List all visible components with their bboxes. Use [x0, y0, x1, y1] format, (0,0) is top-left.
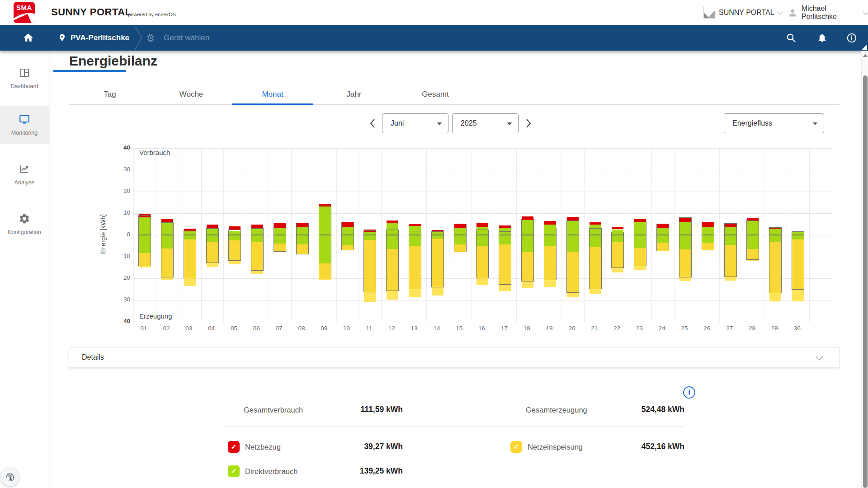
bar-zero-line — [409, 235, 421, 235]
summary-info-button[interactable]: i — [683, 386, 695, 399]
sidebar-item-analyse[interactable]: Analyse — [0, 156, 49, 194]
bar-netzeinspeisung-rest[interactable] — [544, 280, 556, 287]
bar-netzeinspeisung-rest[interactable] — [769, 293, 781, 301]
x-axis-tick: 07. — [270, 325, 290, 332]
x-axis-tick: 13. — [405, 325, 425, 332]
details-expander[interactable]: Details — [69, 347, 840, 368]
x-axis-tick: 23. — [630, 325, 650, 332]
powered-by-label: powered by ennexOS — [128, 12, 176, 17]
notifications-button[interactable] — [814, 25, 830, 51]
breadcrumb-site[interactable]: PVA-Perlitschke — [71, 33, 129, 42]
bar-netzeinspeisung-rest[interactable] — [161, 277, 173, 280]
user-menu[interactable]: Michael Perlitschke — [788, 6, 868, 19]
bar-zero-line — [769, 235, 782, 235]
bar-netzeinspeisung-rest[interactable] — [184, 278, 196, 286]
search-icon — [786, 33, 797, 43]
bar-zero-line — [138, 235, 151, 235]
bar-zero-line — [702, 235, 714, 235]
info-button-nav[interactable] — [844, 25, 860, 51]
x-axis-tick: 12. — [382, 325, 402, 332]
bar-zero-line — [476, 235, 489, 235]
scroll-up-arrow-icon[interactable] — [863, 54, 868, 57]
x-axis-tick: 21. — [585, 325, 605, 332]
device-select-label[interactable]: Gerät wählen — [164, 33, 209, 42]
bar-zero-line — [566, 235, 579, 235]
bar-netzeinspeisung-rest[interactable] — [679, 277, 691, 281]
y-axis-tick: 20 — [108, 188, 130, 194]
bar-zero-line — [274, 235, 286, 235]
bar-zero-line — [161, 235, 174, 235]
x-axis-tick: 19. — [540, 325, 560, 332]
bar-netzeinspeisung-rest[interactable] — [522, 281, 533, 288]
energy-balance-chart: 4030201001020304001.02.03.04.05.06.07.08… — [0, 0, 868, 488]
device-chip-icon — [146, 33, 156, 43]
bar-netzeinspeisung-rest[interactable] — [476, 278, 488, 285]
sidebar-item-label: Konfiguration — [0, 229, 49, 235]
y-axis-tick: 20 — [108, 274, 130, 281]
portal-switcher-label: SUNNY PORTAL — [719, 9, 774, 17]
privacy-button[interactable] — [1, 468, 19, 486]
bar-netzeinspeisung-rest[interactable] — [590, 289, 601, 294]
sidebar-item-dashboard[interactable]: Dashboard — [0, 60, 49, 98]
bar-outline — [792, 231, 804, 290]
fingerprint-icon — [5, 472, 15, 483]
bar-zero-line — [679, 235, 692, 235]
x-axis-tick: 16. — [472, 325, 492, 332]
bar-netzeinspeisung-rest[interactable] — [499, 284, 511, 291]
bar-netzeinspeisung-rest[interactable] — [409, 289, 421, 297]
x-axis-tick: 22. — [608, 325, 627, 332]
breadcrumb-active-underline — [53, 70, 126, 72]
bar-outline — [634, 221, 646, 266]
bar-netzeinspeisung-rest[interactable] — [634, 266, 646, 270]
bar-outline — [702, 222, 714, 250]
search-button[interactable] — [783, 25, 799, 51]
bar-zero-line — [634, 235, 646, 235]
home-button[interactable] — [20, 25, 36, 51]
sma-logo[interactable]: SMA — [14, 2, 35, 23]
sidebar-item-monitoring[interactable]: Monitoring — [0, 106, 49, 144]
bar-zero-line — [521, 235, 534, 235]
sidebar-item-konfiguration[interactable]: Konfiguration — [0, 206, 49, 244]
bar-netzeinspeisung-rest[interactable] — [567, 292, 579, 298]
x-axis-tick: 18. — [518, 325, 538, 332]
bar-netzeinspeisung-rest[interactable] — [364, 292, 376, 302]
gridline — [133, 148, 832, 149]
scrollbar-thumb[interactable] — [863, 75, 868, 488]
bar-netzeinspeisung-rest[interactable] — [207, 263, 218, 267]
bar-outline — [296, 223, 309, 254]
bar-netzeinspeisung-rest[interactable] — [725, 277, 736, 281]
bar-netzeinspeisung-rest[interactable] — [387, 291, 398, 300]
bar-zero-line — [792, 235, 804, 235]
bar-outline — [656, 224, 669, 251]
bar-netzeinspeisung-rest[interactable] — [251, 270, 263, 274]
x-axis-tick: 26. — [698, 325, 718, 332]
scrollbar[interactable] — [861, 51, 868, 488]
x-axis-tick: 17. — [495, 325, 515, 332]
bar-netzeinspeisung-rest[interactable] — [792, 289, 804, 301]
x-axis-tick: 11. — [360, 325, 380, 332]
x-axis-tick: 29. — [765, 325, 785, 332]
analyse-icon — [19, 163, 30, 175]
bar-outline — [184, 230, 196, 278]
x-axis-tick: 02. — [157, 325, 177, 332]
bar-netzbezug[interactable] — [544, 221, 556, 225]
bar-netzbezug[interactable] — [476, 223, 488, 227]
bar-outline — [521, 219, 534, 282]
monitoring-icon — [19, 113, 30, 125]
y-axis-tick: 40 — [108, 318, 130, 324]
x-axis-tick: 09. — [315, 325, 335, 332]
chevron-down-icon — [816, 353, 823, 361]
bar-netzbezug[interactable] — [567, 217, 579, 221]
bar-netzeinspeisung-rest[interactable] — [612, 268, 623, 272]
bar-zero-line — [746, 235, 759, 235]
bar-netzeinspeisung-rest[interactable] — [432, 287, 443, 296]
portal-switcher[interactable]: SUNNY PORTAL — [703, 6, 782, 19]
device-select-icon-wrap[interactable] — [144, 25, 157, 51]
gridline — [133, 170, 832, 170]
konfiguration-icon — [19, 213, 30, 225]
bar-outline — [589, 228, 602, 289]
bar-netzeinspeisung-rest[interactable] — [229, 260, 241, 264]
sidebar-item-label: Monitoring — [0, 130, 49, 136]
bar-zero-line — [454, 235, 467, 235]
bar-outline — [409, 231, 421, 289]
